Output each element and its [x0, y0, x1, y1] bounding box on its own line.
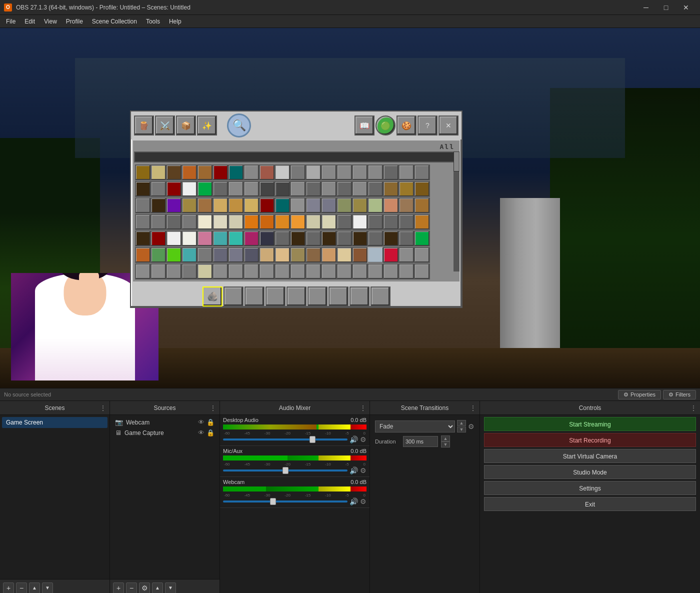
- scenes-add-btn[interactable]: +: [3, 582, 14, 594]
- mc-slot[interactable]: [166, 214, 182, 230]
- mc-slot[interactable]: [383, 247, 399, 263]
- mc-slot[interactable]: [212, 164, 228, 180]
- maximize-button[interactable]: □: [656, 0, 676, 15]
- mc-tool-blocks[interactable]: 🪵: [134, 116, 154, 136]
- mc-slot[interactable]: [383, 230, 399, 246]
- mc-slot[interactable]: [290, 164, 306, 180]
- mc-slot[interactable]: [368, 164, 384, 180]
- mc-slot[interactable]: [352, 230, 368, 246]
- mc-slot[interactable]: [228, 164, 244, 180]
- mc-slot[interactable]: [274, 264, 290, 280]
- mc-slot[interactable]: [414, 264, 430, 280]
- mic-fader[interactable]: [223, 470, 348, 472]
- mc-slot[interactable]: [321, 247, 337, 263]
- exit-btn[interactable]: Exit: [484, 497, 696, 511]
- mc-slot[interactable]: [306, 164, 322, 180]
- mc-slot[interactable]: [166, 247, 182, 263]
- close-button[interactable]: ✕: [676, 0, 696, 15]
- mc-search-btn[interactable]: 🔍: [227, 114, 251, 138]
- mc-slot[interactable]: [166, 164, 182, 180]
- mc-slot[interactable]: [259, 247, 275, 263]
- mc-hotslot-8[interactable]: [350, 286, 370, 306]
- mc-slot[interactable]: [290, 230, 306, 246]
- mc-slot[interactable]: [135, 264, 151, 280]
- webcam-mute-btn[interactable]: 🔊: [350, 498, 358, 506]
- mc-slot[interactable]: [228, 230, 244, 246]
- mc-slot[interactable]: [259, 164, 275, 180]
- scenes-menu-icon[interactable]: ⋮: [100, 404, 106, 412]
- mc-slot[interactable]: [244, 164, 260, 180]
- mc-slot[interactable]: [352, 247, 368, 263]
- mc-search-bar[interactable]: [134, 152, 458, 162]
- mc-slot[interactable]: [135, 181, 151, 197]
- scenes-down-btn[interactable]: ▼: [42, 582, 53, 594]
- mc-slot[interactable]: [336, 247, 352, 263]
- mc-slot[interactable]: [166, 181, 182, 197]
- menu-scene-collection[interactable]: Scene Collection: [88, 16, 141, 26]
- mc-slot[interactable]: [274, 164, 290, 180]
- transition-up-btn[interactable]: ▲: [457, 420, 466, 426]
- sources-up-btn[interactable]: ▲: [152, 582, 163, 594]
- mic-mute-btn[interactable]: 🔊: [350, 466, 358, 474]
- mc-hotslot-4[interactable]: [266, 286, 286, 306]
- mc-hotslot-9[interactable]: [370, 286, 390, 306]
- sources-add-btn[interactable]: +: [113, 582, 124, 594]
- mc-slot[interactable]: [244, 247, 260, 263]
- mc-slot[interactable]: [166, 198, 182, 214]
- mc-slot[interactable]: [244, 214, 260, 230]
- mc-slot[interactable]: [244, 181, 260, 197]
- mc-slot[interactable]: [244, 264, 260, 280]
- mc-slot[interactable]: [306, 181, 322, 197]
- mc-tool-magic[interactable]: ✨: [197, 116, 217, 136]
- desktop-mute-btn[interactable]: 🔊: [350, 436, 358, 444]
- mc-slot[interactable]: [321, 198, 337, 214]
- mc-slot[interactable]: [228, 247, 244, 263]
- mc-slot[interactable]: [306, 230, 322, 246]
- menu-help[interactable]: Help: [165, 16, 186, 26]
- mc-slot[interactable]: [336, 230, 352, 246]
- mc-slot[interactable]: [306, 247, 322, 263]
- mc-slot[interactable]: [135, 198, 151, 214]
- mc-slot[interactable]: [274, 230, 290, 246]
- mc-slot[interactable]: [212, 214, 228, 230]
- mc-slot[interactable]: [290, 214, 306, 230]
- mc-slot[interactable]: [197, 181, 213, 197]
- mc-tool-items[interactable]: 📦: [176, 116, 196, 136]
- mc-slot[interactable]: [321, 264, 337, 280]
- mc-hotslot-5[interactable]: [286, 286, 306, 306]
- mc-slot[interactable]: [352, 181, 368, 197]
- mc-slot[interactable]: [290, 198, 306, 214]
- mc-slot[interactable]: [182, 164, 198, 180]
- settings-btn[interactable]: Settings: [484, 481, 696, 495]
- transition-type-select[interactable]: Fade Cut Swipe Slide Stinger Luma Wipe: [375, 420, 455, 432]
- menu-profile[interactable]: Profile: [62, 16, 87, 26]
- mc-slot[interactable]: [398, 230, 414, 246]
- mc-slot[interactable]: [212, 230, 228, 246]
- sources-remove-btn[interactable]: −: [126, 582, 137, 594]
- mc-slot[interactable]: [150, 164, 166, 180]
- mc-slot[interactable]: [212, 198, 228, 214]
- properties-tab[interactable]: ⚙ Properties: [618, 390, 661, 400]
- mc-slot[interactable]: [368, 247, 384, 263]
- mc-hotslot-1[interactable]: 🪨: [202, 286, 222, 306]
- game-eye-btn[interactable]: 👁: [198, 429, 204, 436]
- transitions-menu-icon[interactable]: ⋮: [470, 404, 476, 412]
- mc-slot[interactable]: [135, 247, 151, 263]
- mc-help-btn[interactable]: ?: [418, 116, 438, 136]
- mc-sphere-btn[interactable]: 🟢: [376, 116, 396, 136]
- mc-slot[interactable]: [321, 230, 337, 246]
- desktop-fader[interactable]: [223, 438, 348, 440]
- mc-scrollbar-thumb[interactable]: [454, 152, 460, 172]
- controls-menu-icon[interactable]: ⋮: [690, 404, 697, 412]
- mc-hotslot-6[interactable]: [308, 286, 328, 306]
- scenes-up-btn[interactable]: ▲: [29, 582, 40, 594]
- menu-tools[interactable]: Tools: [142, 16, 164, 26]
- mc-slot[interactable]: [166, 230, 182, 246]
- sources-down-btn[interactable]: ▼: [165, 582, 176, 594]
- mc-slot[interactable]: [290, 247, 306, 263]
- mc-slot[interactable]: [274, 198, 290, 214]
- mc-slot[interactable]: [135, 230, 151, 246]
- minimize-button[interactable]: ─: [636, 0, 656, 15]
- webcam-lock-btn[interactable]: 🔒: [206, 418, 214, 426]
- mc-slot[interactable]: [212, 181, 228, 197]
